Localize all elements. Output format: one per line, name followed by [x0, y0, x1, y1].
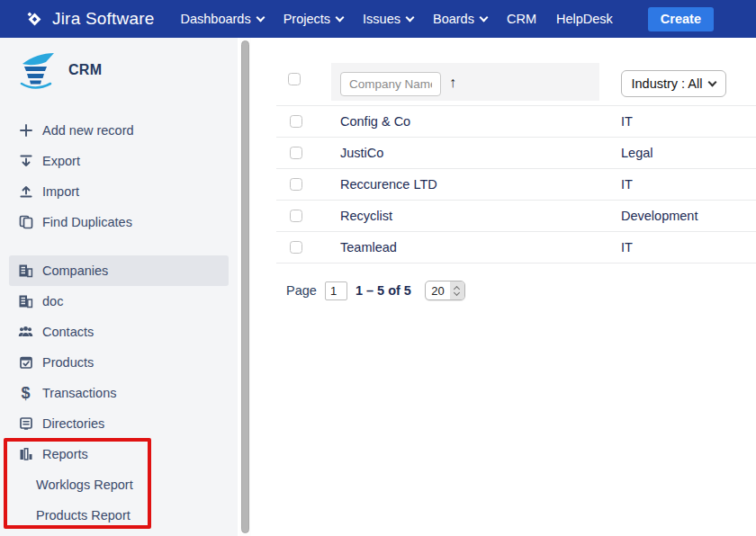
sidebar-item-transactions[interactable]: $ Transactions [0, 378, 238, 408]
sidebar-item-label: Export [42, 154, 80, 168]
company-name-cell[interactable]: Teamlead [340, 240, 397, 255]
chevron-down-icon [336, 13, 345, 22]
menu-label: CRM [507, 12, 536, 26]
results-range-text: 1 – 5 of 5 [356, 283, 411, 298]
sidebar-item-label: Find Duplicates [42, 215, 132, 229]
industry-cell: IT [621, 177, 633, 192]
chevron-down-icon [256, 13, 265, 22]
row-checkbox[interactable] [290, 147, 302, 159]
duplicates-icon [18, 215, 33, 229]
industry-cell: Development [621, 209, 698, 223]
scrollbar-thumb[interactable] [241, 40, 249, 533]
page-size-value: 20 [426, 284, 450, 298]
industry-filter-label: Industry : All [632, 76, 703, 91]
sidebar-item-doc[interactable]: doc [0, 286, 238, 317]
sidebar-item-products-report[interactable]: Products Report [0, 500, 238, 531]
company-name-cell[interactable]: Reccurence LTD [340, 177, 437, 192]
brand-title: Jira Software [52, 9, 154, 29]
row-checkbox[interactable] [290, 241, 302, 254]
sidebar-item-label: Worklogs Report [36, 478, 133, 492]
dollar-icon: $ [18, 385, 33, 401]
sidebar-item-label: Reports [42, 447, 88, 461]
company-name-cell[interactable]: JustiCo [340, 146, 383, 160]
table-row: Config & Co IT [276, 106, 756, 138]
sidebar-item-label: Contacts [42, 325, 94, 339]
menu-label: HelpDesk [556, 12, 613, 26]
sidebar-item-label: doc [42, 294, 63, 308]
row-checkbox[interactable] [290, 115, 302, 128]
sidebar-item-label: Companies [42, 264, 108, 278]
table-row: Teamlead IT [276, 232, 756, 264]
menu-label: Boards [433, 12, 474, 26]
page-number-input[interactable] [325, 281, 347, 300]
sidebar-item-companies[interactable]: Companies [0, 255, 238, 286]
company-name-cell[interactable]: Config & Co [340, 114, 410, 129]
chevron-down-icon [406, 13, 415, 22]
menu-issues[interactable]: Issues [353, 12, 423, 26]
table-row: JustiCo Legal [276, 138, 756, 169]
menu-label: Dashboards [180, 12, 250, 26]
sort-ascending-icon[interactable]: ↑ [449, 75, 456, 91]
stepper-arrows-icon [450, 281, 464, 299]
sidebar-item-label: Products [42, 355, 94, 370]
table-row: Reccurence LTD IT [276, 169, 756, 201]
sidebar-item-import[interactable]: Import [0, 176, 238, 207]
crm-app-title: CRM [68, 62, 102, 78]
sidebar-item-contacts[interactable]: Contacts [0, 317, 238, 347]
top-navbar: Jira Software Dashboards Projects Issues… [0, 0, 756, 38]
table-row: Recyclist Development [276, 201, 756, 232]
crm-app-header[interactable]: CRM [14, 50, 102, 90]
jira-logo-icon [25, 10, 44, 29]
plus-icon [18, 123, 33, 138]
sidebar-item-label: Import [42, 184, 79, 199]
menu-crm[interactable]: CRM [497, 12, 546, 26]
sidebar-item-worklogs-report[interactable]: Worklogs Report [0, 469, 238, 500]
import-icon [18, 184, 33, 199]
menu-dashboards[interactable]: Dashboards [170, 12, 273, 26]
sidebar-item-label: Transactions [42, 386, 116, 400]
company-name-filter-input[interactable] [340, 72, 441, 96]
industry-cell: IT [621, 114, 633, 129]
sidebar-item-reports[interactable]: Reports [0, 439, 238, 469]
bar-chart-icon [18, 447, 33, 461]
app-window: Jira Software Dashboards Projects Issues… [0, 0, 756, 536]
menu-boards[interactable]: Boards [423, 12, 497, 26]
chevron-down-icon [479, 13, 488, 22]
vertical-scrollbar[interactable] [239, 38, 251, 536]
sidebar-item-label: Products Report [36, 508, 130, 523]
menu-label: Issues [363, 12, 400, 26]
sidebar-item-label: Add new record [42, 123, 134, 138]
building-icon [18, 294, 33, 308]
menu-label: Projects [284, 12, 330, 26]
sidebar-item-directories[interactable]: Directories [0, 408, 238, 439]
row-checkbox[interactable] [290, 178, 302, 191]
page-size-select[interactable]: 20 [425, 281, 465, 300]
sidebar-item-find-duplicates[interactable]: Find Duplicates [0, 207, 238, 237]
row-checkbox[interactable] [290, 210, 302, 222]
building-icon [18, 264, 33, 278]
people-icon [18, 325, 33, 339]
page-label: Page [286, 283, 317, 298]
menu-projects[interactable]: Projects [274, 12, 353, 26]
jira-brand[interactable]: Jira Software [25, 9, 154, 29]
industry-filter-dropdown[interactable]: Industry : All [621, 70, 726, 97]
sidebar: CRM Add new record Export Import Find [0, 38, 238, 536]
select-all-checkbox[interactable] [288, 73, 301, 85]
sidebar-item-label: Directories [42, 416, 104, 431]
create-button[interactable]: Create [648, 7, 714, 31]
crm-logo-icon [14, 50, 56, 90]
product-box-icon [18, 355, 33, 370]
chevron-down-icon [708, 78, 717, 87]
industry-cell: Legal [621, 146, 652, 160]
sidebar-item-products[interactable]: Products [0, 347, 238, 378]
sidebar-item-export[interactable]: Export [0, 146, 238, 176]
directory-icon [18, 416, 33, 431]
companies-table-body: Config & Co IT JustiCo Legal Reccurence … [276, 105, 756, 264]
industry-cell: IT [621, 240, 633, 255]
company-name-cell[interactable]: Recyclist [340, 209, 392, 223]
menu-helpdesk[interactable]: HelpDesk [546, 12, 623, 26]
main-menu: Dashboards Projects Issues Boards CRM He… [170, 12, 622, 26]
sidebar-item-add-new-record[interactable]: Add new record [0, 115, 238, 146]
export-icon [18, 154, 33, 168]
pagination-bar: Page 1 – 5 of 5 20 [286, 279, 465, 302]
